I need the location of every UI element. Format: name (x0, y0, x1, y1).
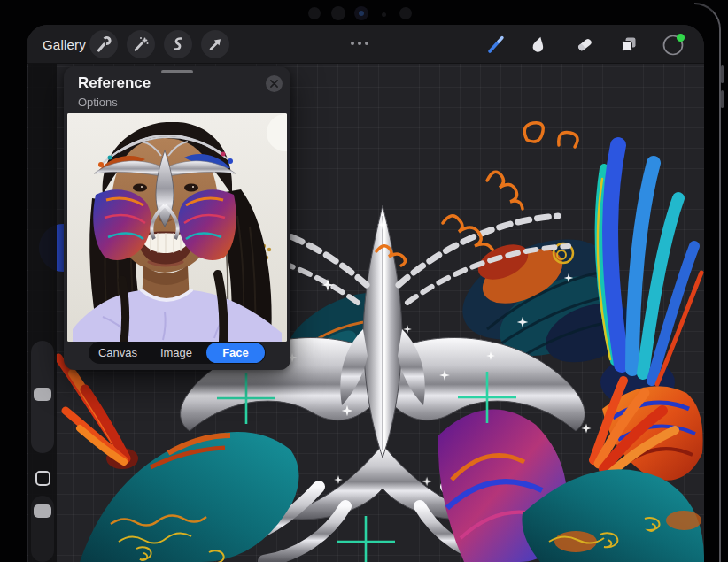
layers-button[interactable] (615, 30, 643, 58)
workspace: Reference Options (27, 64, 704, 562)
eraser-tool-button[interactable] (570, 30, 599, 58)
brush-opacity-slider-handle[interactable] (34, 504, 51, 518)
camera-preview-image (67, 113, 287, 342)
tab-image[interactable]: Image (147, 342, 205, 364)
smudge-finger-icon (528, 34, 549, 55)
transform-button[interactable] (201, 30, 229, 58)
magic-wand-icon (131, 35, 151, 54)
gallery-button[interactable]: Gallery (43, 25, 86, 64)
close-icon (270, 80, 278, 88)
top-toolbar: Gallery (27, 25, 704, 64)
tab-face[interactable]: Face (206, 343, 265, 363)
panel-title: Reference (78, 74, 151, 92)
selection-s-icon (168, 35, 188, 54)
face-id-sensor-icon (331, 6, 345, 20)
smudge-tool-button[interactable] (524, 30, 553, 58)
volume-up-button (721, 65, 724, 83)
reference-panel: Reference Options (64, 66, 290, 370)
face-id-sensor-icon (399, 7, 412, 19)
close-button[interactable] (266, 75, 283, 92)
ambient-sensor-icon (382, 12, 386, 17)
wrench-icon (94, 35, 113, 54)
ipad-device: Reference Options (0, 0, 728, 562)
face-camera-preview[interactable] (67, 113, 287, 342)
brush-tool-button[interactable] (482, 30, 510, 58)
multitask-indicator[interactable] (351, 42, 368, 45)
adjustments-button[interactable] (127, 30, 155, 58)
color-swatch-button[interactable] (660, 30, 688, 58)
modify-button[interactable] (35, 471, 50, 486)
actions-button[interactable] (89, 30, 118, 58)
sidebar (28, 64, 57, 562)
current-color-icon (661, 31, 687, 58)
drag-handle[interactable] (161, 70, 193, 73)
screen: Reference Options (27, 25, 704, 562)
brush-size-slider-handle[interactable] (34, 388, 51, 401)
tab-canvas[interactable]: Canvas (89, 342, 147, 364)
layers-icon (618, 34, 639, 55)
reference-mode-tabs: Canvas Image Face (89, 342, 266, 364)
transform-arrow-icon (205, 35, 225, 54)
paint-brush-icon (485, 34, 507, 55)
selection-button[interactable] (164, 30, 192, 58)
volume-down-button (721, 90, 724, 108)
face-id-sensor-icon (308, 7, 321, 19)
front-camera-lens-icon (359, 11, 364, 16)
eraser-icon (574, 34, 595, 55)
panel-subtitle[interactable]: Options (78, 96, 118, 109)
